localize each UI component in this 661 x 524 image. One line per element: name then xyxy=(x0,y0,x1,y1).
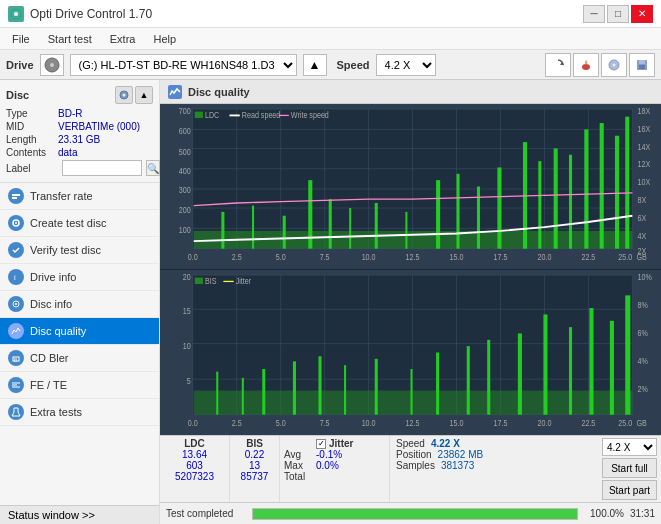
jitter-header: Jitter xyxy=(329,438,353,449)
menu-extra[interactable]: Extra xyxy=(102,31,144,47)
drive-disc-icon xyxy=(40,54,64,76)
label-browse-btn[interactable]: 🔍 xyxy=(146,160,160,176)
svg-text:15: 15 xyxy=(183,307,191,317)
svg-point-7 xyxy=(613,63,616,66)
svg-rect-63 xyxy=(625,117,629,249)
svg-rect-127 xyxy=(518,333,522,414)
svg-text:15.0: 15.0 xyxy=(450,418,464,428)
minimize-button[interactable]: ─ xyxy=(583,5,605,23)
svg-text:20.0: 20.0 xyxy=(537,252,551,262)
drive-label: Drive xyxy=(6,59,34,71)
disc-button[interactable] xyxy=(601,53,627,77)
svg-text:7.5: 7.5 xyxy=(320,252,330,262)
label-input[interactable] xyxy=(62,160,142,176)
start-part-button[interactable]: Start part xyxy=(602,480,657,500)
svg-text:14X: 14X xyxy=(637,142,650,152)
maximize-button[interactable]: □ xyxy=(607,5,629,23)
mid-val: VERBATIMe (000) xyxy=(58,121,140,132)
speed-stat-label: Speed xyxy=(396,438,425,449)
svg-rect-92 xyxy=(195,112,203,118)
sidebar-item-extra-tests[interactable]: Extra tests xyxy=(0,399,159,426)
close-button[interactable]: ✕ xyxy=(631,5,653,23)
menu-file[interactable]: File xyxy=(4,31,38,47)
create-test-disc-icon xyxy=(8,215,24,231)
disc-eject-btn[interactable]: ▲ xyxy=(135,86,153,104)
menu-start-test[interactable]: Start test xyxy=(40,31,100,47)
svg-text:4X: 4X xyxy=(637,231,646,241)
sidebar-item-create-test-disc[interactable]: Create test disc xyxy=(0,210,159,237)
avg-jitter-val: -0.1% xyxy=(316,449,383,460)
speed-dropdown[interactable]: 4.2 X xyxy=(602,438,657,456)
svg-text:6X: 6X xyxy=(637,213,646,223)
svg-text:12.5: 12.5 xyxy=(406,418,420,428)
svg-rect-48 xyxy=(329,199,332,249)
svg-text:12X: 12X xyxy=(637,160,650,170)
contents-key: Contents xyxy=(6,147,58,158)
refresh-button[interactable] xyxy=(545,53,571,77)
panel-title: Disc quality xyxy=(188,86,250,98)
position-val: 23862 MB xyxy=(438,449,484,460)
sidebar-item-verify-test-disc[interactable]: Verify test disc xyxy=(0,237,159,264)
drive-info-icon: i xyxy=(8,269,24,285)
sidebar-item-fe-te[interactable]: FE / TE xyxy=(0,372,159,399)
svg-rect-123 xyxy=(411,369,413,415)
svg-text:i: i xyxy=(14,273,16,282)
svg-text:500: 500 xyxy=(179,147,191,157)
total-ldc-val: 5207323 xyxy=(175,471,214,482)
drive-select[interactable]: (G:) HL-DT-ST BD-RE WH16NS48 1.D3 xyxy=(70,54,297,76)
disc-quality-icon xyxy=(8,323,24,339)
svg-text:22.5: 22.5 xyxy=(581,252,595,262)
svg-text:200: 200 xyxy=(179,205,191,215)
disc-contents-row: Contents data xyxy=(6,147,153,158)
sidebar-item-disc-info[interactable]: Disc info xyxy=(0,291,159,318)
svg-text:2.5: 2.5 xyxy=(232,418,242,428)
max-bis-val: 13 xyxy=(236,460,273,471)
samples-val: 381373 xyxy=(441,460,474,471)
start-full-button[interactable]: Start full xyxy=(602,458,657,478)
svg-text:8%: 8% xyxy=(637,300,647,310)
svg-text:18X: 18X xyxy=(637,106,650,116)
save-button[interactable] xyxy=(629,53,655,77)
right-controls: 4.2 X Start full Start part xyxy=(598,436,661,502)
svg-text:10X: 10X xyxy=(637,178,650,188)
svg-rect-154 xyxy=(195,278,203,284)
svg-rect-122 xyxy=(375,359,378,415)
cd-bler-icon: B xyxy=(8,350,24,366)
sidebar-item-cd-bler[interactable]: B CD Bler xyxy=(0,345,159,372)
svg-rect-126 xyxy=(487,340,490,415)
sidebar-item-transfer-rate[interactable]: Transfer rate xyxy=(0,183,159,210)
type-val: BD-R xyxy=(58,108,82,119)
stats-bottom: LDC 13.64 603 5207323 BIS 0.22 13 85737 xyxy=(160,435,661,502)
svg-rect-117 xyxy=(242,378,244,415)
extra-tests-label: Extra tests xyxy=(30,406,82,418)
sidebar-item-disc-quality[interactable]: Disc quality xyxy=(0,318,159,345)
jitter-checkbox[interactable]: ✓ xyxy=(316,439,326,449)
time-label: 31:31 xyxy=(630,508,655,519)
svg-point-1 xyxy=(14,12,18,16)
menu-help[interactable]: Help xyxy=(145,31,184,47)
svg-text:12.5: 12.5 xyxy=(406,252,420,262)
avg-label: Avg xyxy=(284,449,306,460)
avg-ldc-row: 13.64 xyxy=(166,449,223,460)
eject-button[interactable]: ▲ xyxy=(303,54,327,76)
max-ldc-val: 603 xyxy=(186,460,203,471)
status-window-bar[interactable]: Status window >> xyxy=(0,505,159,524)
burn-button[interactable] xyxy=(573,53,599,77)
fe-te-label: FE / TE xyxy=(30,379,67,391)
svg-text:10%: 10% xyxy=(637,272,651,282)
svg-text:5: 5 xyxy=(187,377,191,387)
charts-area: 700 600 500 400 300 200 100 18X 16X 14X … xyxy=(160,104,661,435)
svg-text:20: 20 xyxy=(183,272,191,282)
progress-bar-outer xyxy=(252,508,578,520)
disc-icons: ▲ xyxy=(115,86,153,104)
progress-area: Test completed 100.0% 31:31 xyxy=(160,502,661,524)
disc-icon-btn[interactable] xyxy=(115,86,133,104)
svg-rect-132 xyxy=(625,295,630,414)
sidebar-item-drive-info[interactable]: i Drive info xyxy=(0,264,159,291)
speed-stat-val: 4.22 X xyxy=(431,438,460,449)
samples-label: Samples xyxy=(396,460,435,471)
content-area: Disc quality xyxy=(160,80,661,524)
progress-bar-inner xyxy=(253,509,577,519)
sidebar: Disc ▲ Type BD-R MID VERBATIMe (000) Len… xyxy=(0,80,160,524)
speed-select[interactable]: 4.2 X xyxy=(376,54,436,76)
